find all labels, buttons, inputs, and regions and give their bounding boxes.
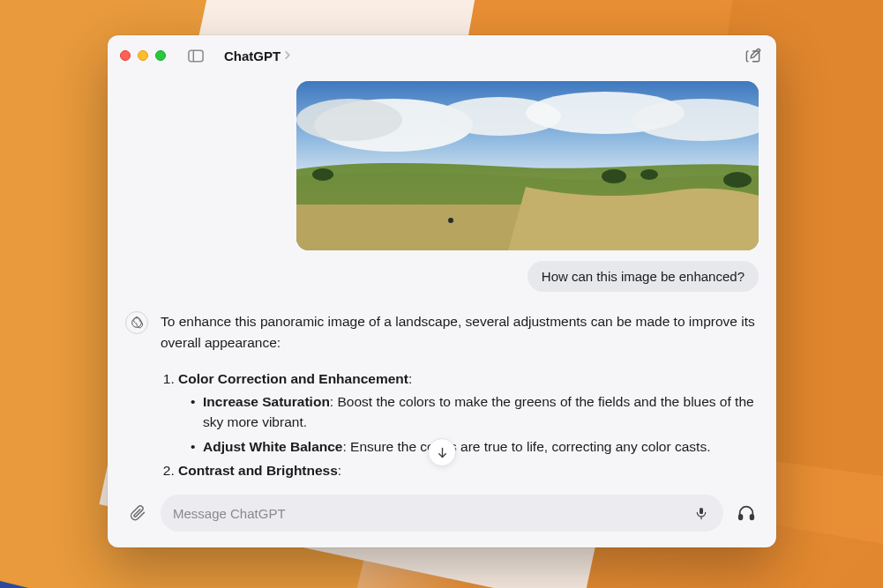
- svg-point-9: [640, 169, 658, 180]
- sidebar-toggle-button[interactable]: [183, 46, 208, 65]
- assistant-body: To enhance this panoramic image of a lan…: [161, 311, 759, 484]
- maximize-button[interactable]: [155, 50, 166, 61]
- user-prompt-bubble: How can this image be enhanced?: [528, 261, 759, 292]
- title-text: ChatGPT: [224, 48, 281, 63]
- minimize-button[interactable]: [138, 50, 148, 61]
- svg-point-4: [296, 99, 402, 141]
- list-item: Increase Saturation: Boost the colors to…: [191, 391, 755, 433]
- svg-point-12: [448, 218, 453, 223]
- assistant-intro: To enhance this panoramic image of a lan…: [161, 311, 755, 353]
- chatgpt-avatar-icon: [125, 311, 148, 334]
- svg-rect-17: [751, 515, 754, 520]
- svg-rect-0: [189, 50, 203, 62]
- scroll-to-bottom-button[interactable]: [428, 438, 456, 466]
- svg-point-10: [723, 172, 752, 188]
- list-item: Adjust White Balance: Ensure the colors …: [191, 436, 755, 458]
- new-chat-button[interactable]: [741, 44, 764, 67]
- user-prompt-text: How can this image be enhanced?: [542, 269, 745, 284]
- message-input-container: [161, 495, 723, 532]
- list-item: Color Correction and Enhancement: Increa…: [178, 368, 755, 457]
- user-message: How can this image be enhanced?: [125, 81, 759, 292]
- list-item: Contrast and Brightness: Increase Contra…: [178, 460, 755, 484]
- attach-button[interactable]: [125, 501, 150, 525]
- app-title[interactable]: ChatGPT: [224, 48, 291, 63]
- message-input[interactable]: [173, 506, 683, 521]
- microphone-button[interactable]: [692, 503, 711, 523]
- window-titlebar: ChatGPT: [108, 35, 776, 76]
- list-item: Increase Contrast: To add depth to the i…: [191, 483, 755, 484]
- user-attached-image[interactable]: [296, 81, 759, 250]
- svg-rect-16: [739, 515, 743, 520]
- close-button[interactable]: [120, 50, 131, 61]
- chat-area: How can this image be enhanced? To enhan…: [108, 76, 776, 484]
- input-row: [108, 484, 776, 547]
- svg-point-8: [602, 169, 626, 183]
- voice-mode-button[interactable]: [734, 501, 759, 525]
- window-controls: [120, 50, 166, 61]
- chatgpt-app-window: ChatGPT: [108, 35, 776, 547]
- chevron-right-icon: [284, 49, 291, 63]
- svg-point-11: [312, 168, 333, 181]
